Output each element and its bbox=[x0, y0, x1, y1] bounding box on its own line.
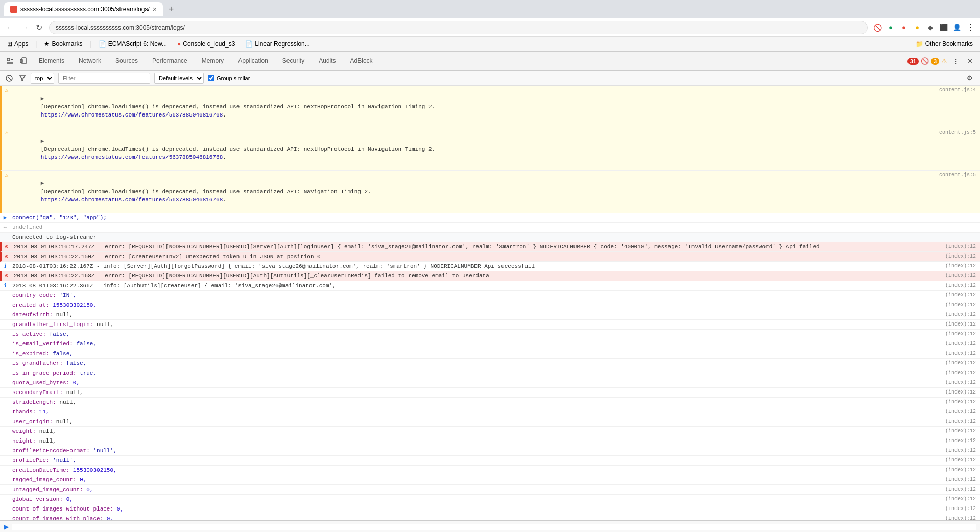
extension-icon-4[interactable]: ◆ bbox=[925, 22, 936, 33]
tab-memory[interactable]: Memory bbox=[195, 52, 231, 71]
device-toolbar-button[interactable] bbox=[17, 55, 30, 67]
browser-tab[interactable]: ssssss-local.ssssssssss.com:3005/stream/… bbox=[4, 2, 163, 16]
bookmark-bookmarks[interactable]: ★ Bookmarks bbox=[41, 39, 85, 49]
tab-application[interactable]: Application bbox=[231, 52, 275, 71]
row-content-obj-1: country_code: 'IN', bbox=[10, 291, 939, 299]
console-row-obj-7: is_expired: false, (index):12 bbox=[0, 349, 980, 359]
obj-icon-24 bbox=[0, 515, 10, 520]
bookmark-apps[interactable]: ⊞ Apps bbox=[4, 39, 31, 49]
extension-icon-2[interactable]: ● bbox=[898, 22, 910, 33]
bookmark-linear[interactable]: 📄 Linear Regression... bbox=[242, 39, 313, 49]
row-source-1: content.js:4 bbox=[939, 86, 980, 95]
undefined-icon: ← bbox=[0, 223, 10, 232]
adblock-icon[interactable]: 🚫 bbox=[872, 22, 883, 33]
new-tab-button[interactable]: + bbox=[165, 3, 177, 15]
inspect-element-button[interactable] bbox=[4, 55, 16, 67]
folder-icon: 📁 bbox=[916, 40, 923, 48]
row-source-obj-15: (index):12 bbox=[939, 427, 980, 435]
row-content-obj-19: creationDateTime: 155300302150, bbox=[10, 466, 939, 474]
obj-icon-4 bbox=[0, 320, 10, 329]
group-similar-checkbox[interactable] bbox=[208, 75, 214, 81]
console-row-obj-13: thands: 11, (index):12 bbox=[0, 407, 980, 417]
tab-network[interactable]: Network bbox=[71, 52, 108, 71]
row-content-obj-24: count_of_images_with_place: 0, bbox=[10, 515, 939, 520]
star-icon: ★ bbox=[44, 40, 50, 48]
obj-icon-10 bbox=[0, 379, 10, 387]
group-similar-label[interactable]: Group similar bbox=[208, 75, 250, 81]
extension-icon-1[interactable]: ● bbox=[885, 22, 896, 33]
tab-security[interactable]: Security bbox=[275, 52, 312, 71]
error-icon-2: ⊗ bbox=[2, 252, 12, 261]
obj-icon-16 bbox=[0, 437, 10, 445]
error-icon: 🚫 bbox=[921, 57, 929, 65]
filter-console-button[interactable] bbox=[17, 73, 28, 83]
console-row-obj-21: untagged_image_count: 0, (index):12 bbox=[0, 485, 980, 495]
console-row-obj-18: profilePic: 'null', (index):12 bbox=[0, 456, 980, 466]
apps-icon: ⊞ bbox=[7, 40, 12, 48]
row-content-obj-2: created_at: 155300302150, bbox=[10, 301, 939, 309]
warning-icon-1: ⚠ bbox=[2, 86, 12, 95]
warning-icon: ⚠ bbox=[941, 57, 947, 65]
menu-icon[interactable]: ⋮ bbox=[965, 22, 976, 33]
bookmark-other[interactable]: 📁 Other Bookmarks bbox=[913, 39, 976, 49]
tab-elements[interactable]: Elements bbox=[32, 52, 71, 71]
console-toolbar-left: top bbox=[4, 73, 54, 84]
expand-arrow-1[interactable]: ▶ bbox=[41, 96, 47, 102]
row-source-obj-9: (index):12 bbox=[939, 369, 980, 377]
console-row-warning-1: ⚠ ▶ [Deprecation] chrome.loadTimes() is … bbox=[0, 86, 980, 128]
bookmark-label: Bookmarks bbox=[52, 40, 82, 48]
row-content-obj-23: count_of_images_without_place: 0, bbox=[10, 505, 939, 513]
obj-icon-5 bbox=[0, 330, 10, 338]
tab-adblock[interactable]: AdBlock bbox=[343, 52, 380, 71]
console-row-obj-16: height: null, (index):12 bbox=[0, 436, 980, 446]
level-selector[interactable]: Default levels bbox=[154, 73, 204, 84]
row-source-obj-5: (index):12 bbox=[939, 330, 980, 338]
customize-devtools-button[interactable]: ⋮ bbox=[949, 55, 962, 67]
row-content-obj-12: strideLength: null, bbox=[10, 398, 939, 406]
forward-button[interactable]: → bbox=[18, 21, 31, 34]
tab-sources[interactable]: Sources bbox=[108, 52, 145, 71]
obj-icon-18 bbox=[0, 456, 10, 465]
bookmark-console[interactable]: ● Console c_loud_s3 bbox=[174, 39, 238, 49]
cast-icon[interactable]: ⬛ bbox=[938, 22, 949, 33]
bookmark-divider-2: | bbox=[90, 40, 91, 48]
close-devtools-button[interactable]: ✕ bbox=[964, 55, 976, 67]
back-button[interactable]: ← bbox=[4, 21, 16, 34]
row-source-error-1: (index):12 bbox=[939, 243, 980, 251]
filter-input[interactable] bbox=[58, 73, 150, 84]
obj-icon-2 bbox=[0, 301, 10, 309]
obj-icon-9 bbox=[0, 369, 10, 377]
tab-close-button[interactable]: × bbox=[153, 5, 157, 13]
row-content-info-1: 2018-08-01T03:16:22.167Z - info: [Server… bbox=[10, 262, 939, 270]
address-input[interactable] bbox=[49, 21, 868, 34]
tab-audits[interactable]: Audits bbox=[312, 52, 343, 71]
tab-performance[interactable]: Performance bbox=[145, 52, 195, 71]
obj-icon-11 bbox=[0, 388, 10, 397]
obj-icon-3 bbox=[0, 311, 10, 319]
row-source-obj-21: (index):12 bbox=[939, 485, 980, 494]
bookmark-ecmascript[interactable]: 📄 ECMAScript 6: New... bbox=[95, 39, 170, 49]
bookmark-divider-1: | bbox=[35, 40, 37, 48]
row-content-obj-22: global_version: 0, bbox=[10, 495, 939, 503]
console-prompt-icon: ▶ bbox=[4, 523, 9, 530]
deprecation-link-1[interactable]: https://www.chromestatus.com/features/56… bbox=[41, 112, 223, 118]
clear-console-button[interactable] bbox=[4, 73, 14, 83]
context-selector[interactable]: top bbox=[31, 73, 54, 84]
deprecation-link-3[interactable]: https://www.chromestatus.com/features/56… bbox=[41, 197, 223, 203]
row-source-obj-3: (index):12 bbox=[939, 311, 980, 319]
deprecation-link-2[interactable]: https://www.chromestatus.com/features/56… bbox=[41, 154, 223, 160]
row-content-obj-6: is_email_verified: false, bbox=[10, 340, 939, 348]
console-content[interactable]: ⚠ ▶ [Deprecation] chrome.loadTimes() is … bbox=[0, 86, 980, 520]
console-row-obj-2: created_at: 155300302150, (index):12 bbox=[0, 300, 980, 310]
row-content-error-1: 2018-08-01T03:16:17.247Z - error: [REQUE… bbox=[12, 243, 939, 251]
console-settings-button[interactable]: ⚙ bbox=[964, 72, 976, 84]
devtools-panel: Elements Network Sources Performance Mem… bbox=[0, 52, 980, 532]
extension-icon-3[interactable]: ● bbox=[912, 22, 923, 33]
expand-arrow-3[interactable]: ▶ bbox=[41, 180, 47, 187]
console-input[interactable] bbox=[12, 524, 976, 530]
linear-label: Linear Regression... bbox=[255, 40, 309, 48]
tab-bar: ssssss-local.ssssssssss.com:3005/stream/… bbox=[0, 0, 980, 18]
expand-arrow-2[interactable]: ▶ bbox=[41, 138, 47, 144]
reload-button[interactable]: ↻ bbox=[33, 21, 45, 34]
user-icon[interactable]: 👤 bbox=[951, 22, 963, 33]
